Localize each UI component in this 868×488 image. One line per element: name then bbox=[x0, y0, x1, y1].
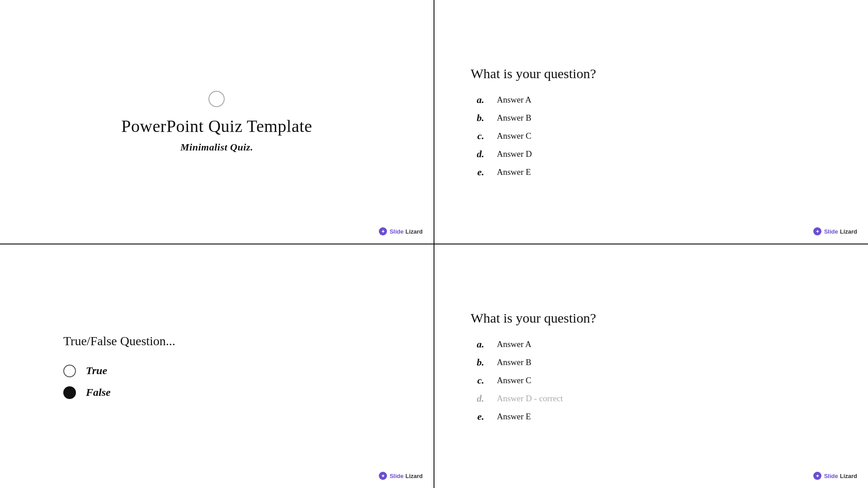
answer-text-b: Answer B bbox=[497, 113, 532, 123]
slide-3-question-text: True/False Question... bbox=[63, 334, 175, 348]
subtitle: Minimalist Quiz. bbox=[180, 141, 253, 153]
radio-empty-icon bbox=[63, 365, 76, 377]
answer-letter-a: a. bbox=[471, 94, 484, 106]
slide-2-answer-e: e. Answer E bbox=[471, 166, 532, 178]
true-false-options: True False bbox=[63, 365, 111, 399]
slidelizard-slide-part-4: Slide bbox=[824, 473, 838, 479]
slide-2-answer-c: c. Answer C bbox=[471, 130, 532, 142]
slidelizard-lizard-part-2: Lizard bbox=[840, 228, 857, 235]
slide-4-question-text: What is your question? bbox=[471, 310, 596, 326]
slidelizard-logo-1: ✦ SlideLizard bbox=[379, 227, 423, 235]
slide4-answer-text-b: Answer B bbox=[497, 357, 532, 367]
slide-2-answers-list: a. Answer A b. Answer B c. Answer C d. A… bbox=[471, 94, 532, 178]
slide-4-answer-c: c. Answer C bbox=[471, 375, 563, 386]
slidelizard-lizard-part-3: Lizard bbox=[406, 473, 423, 479]
slide4-answer-letter-a: a. bbox=[471, 338, 484, 350]
answer-text-d: Answer D bbox=[497, 149, 532, 159]
slidelizard-logo-3: ✦ SlideLizard bbox=[379, 472, 423, 480]
slidelizard-lizard-part-4: Lizard bbox=[840, 473, 857, 479]
slide-4-content: What is your question? a. Answer A b. An… bbox=[434, 310, 868, 422]
slide-4-answer-d: d. Answer D - correct bbox=[471, 393, 563, 404]
answer-letter-e: e. bbox=[471, 166, 484, 178]
slidelizard-logo-icon-4: ✦ bbox=[813, 472, 821, 480]
slide-4-answer-b: b. Answer B bbox=[471, 357, 563, 368]
radio-filled-icon bbox=[63, 386, 76, 399]
main-title: PowerPoint Quiz Template bbox=[121, 116, 312, 136]
slide-2-question: What is your question? a. Answer A b. An… bbox=[434, 0, 868, 244]
slidelizard-slide-part-2: Slide bbox=[824, 228, 838, 235]
answer-text-c: Answer C bbox=[497, 131, 532, 141]
slide-3-content: True/False Question... True False bbox=[0, 334, 434, 399]
slidelizard-lizard-part-1: Lizard bbox=[406, 228, 423, 235]
slide-3-truefalse: True/False Question... True False ✦ Slid… bbox=[0, 244, 434, 488]
slide4-answer-text-a: Answer A bbox=[497, 339, 532, 349]
slidelizard-slide-part-3: Slide bbox=[390, 473, 404, 479]
slide-4-answers-list: a. Answer A b. Answer B c. Answer C d. A… bbox=[471, 338, 563, 422]
slide4-answer-letter-c: c. bbox=[471, 375, 484, 386]
slide4-answer-letter-e: e. bbox=[471, 411, 484, 422]
answer-letter-b: b. bbox=[471, 112, 484, 124]
slide-1-content: PowerPoint Quiz Template Minimalist Quiz… bbox=[121, 91, 312, 153]
option-true: True bbox=[63, 365, 111, 377]
slidelizard-logo-4: ✦ SlideLizard bbox=[813, 472, 857, 480]
slide4-answer-letter-d: d. bbox=[471, 393, 484, 404]
slide-4-answer-a: a. Answer A bbox=[471, 338, 563, 350]
answer-text-e: Answer E bbox=[497, 167, 531, 177]
option-false: False bbox=[63, 386, 111, 399]
decorative-circle-icon bbox=[208, 91, 225, 107]
slide-2-answer-d: d. Answer D bbox=[471, 148, 532, 160]
slidelizard-slide-part-1: Slide bbox=[390, 228, 404, 235]
answer-text-a: Answer A bbox=[497, 95, 532, 105]
false-label: False bbox=[86, 386, 111, 399]
slide-grid: PowerPoint Quiz Template Minimalist Quiz… bbox=[0, 0, 868, 488]
slide4-answer-letter-b: b. bbox=[471, 357, 484, 368]
answer-letter-d: d. bbox=[471, 148, 484, 160]
slide-2-answer-b: b. Answer B bbox=[471, 112, 532, 124]
slide-1-title: PowerPoint Quiz Template Minimalist Quiz… bbox=[0, 0, 434, 244]
slide-2-content: What is your question? a. Answer A b. An… bbox=[434, 66, 868, 178]
slide4-answer-text-d-correct: Answer D - correct bbox=[497, 394, 563, 404]
slidelizard-logo-2: ✦ SlideLizard bbox=[813, 227, 857, 235]
slide4-answer-text-e: Answer E bbox=[497, 412, 531, 422]
slide-2-answer-a: a. Answer A bbox=[471, 94, 532, 106]
slide-2-question-text: What is your question? bbox=[471, 66, 596, 81]
slide-4-question-correct: What is your question? a. Answer A b. An… bbox=[434, 244, 868, 488]
slide4-answer-text-c: Answer C bbox=[497, 375, 532, 385]
slidelizard-logo-icon-3: ✦ bbox=[379, 472, 387, 480]
slidelizard-logo-icon-1: ✦ bbox=[379, 227, 387, 235]
true-label: True bbox=[86, 365, 107, 377]
slide-4-answer-e: e. Answer E bbox=[471, 411, 563, 422]
slidelizard-logo-icon-2: ✦ bbox=[813, 227, 821, 235]
answer-letter-c: c. bbox=[471, 130, 484, 142]
